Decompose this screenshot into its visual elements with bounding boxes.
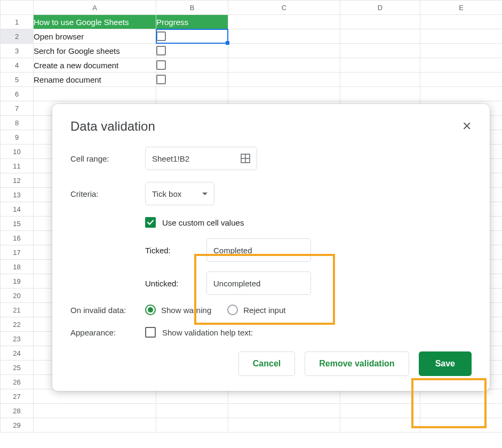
- row-header-11[interactable]: 11: [1, 159, 34, 173]
- cell-range-input[interactable]: Sheet1!B2: [145, 147, 257, 170]
- cell[interactable]: [340, 404, 420, 418]
- checkbox-icon[interactable]: [156, 75, 166, 84]
- cell[interactable]: [34, 87, 156, 101]
- row-header-23[interactable]: 23: [1, 332, 34, 346]
- cell[interactable]: Open browser: [34, 29, 156, 44]
- cell[interactable]: [420, 15, 503, 29]
- cell[interactable]: [156, 58, 228, 73]
- cell[interactable]: [34, 418, 156, 433]
- cell[interactable]: [420, 58, 503, 73]
- unticked-value-input[interactable]: Uncompleted: [206, 271, 311, 295]
- cell[interactable]: [228, 29, 340, 44]
- cell[interactable]: [228, 73, 340, 87]
- range-picker-icon[interactable]: [241, 154, 250, 163]
- cell[interactable]: [340, 418, 420, 433]
- cell[interactable]: [228, 418, 340, 433]
- row-header-25[interactable]: 25: [1, 361, 34, 375]
- row-header-24[interactable]: 24: [1, 346, 34, 361]
- cancel-button[interactable]: Cancel: [238, 351, 295, 376]
- cell[interactable]: [228, 87, 340, 101]
- row-header-19[interactable]: 19: [1, 274, 34, 289]
- cell[interactable]: [156, 418, 228, 433]
- checkbox-icon[interactable]: [156, 60, 166, 70]
- row-header-3[interactable]: 3: [1, 44, 34, 58]
- ticked-value-text: Completed: [213, 246, 252, 255]
- row-header-28[interactable]: 28: [1, 404, 34, 418]
- ticked-value-input[interactable]: Completed: [206, 238, 311, 262]
- cell[interactable]: [420, 29, 503, 44]
- select-all-corner[interactable]: [1, 1, 34, 15]
- cell[interactable]: [340, 58, 420, 73]
- row-header-12[interactable]: 12: [1, 173, 34, 188]
- row-header-1[interactable]: 1: [1, 15, 34, 29]
- cell[interactable]: [420, 404, 503, 418]
- show-warning-radio[interactable]: [145, 305, 156, 315]
- cell[interactable]: [156, 73, 228, 87]
- cell[interactable]: [420, 418, 503, 433]
- row-header-20[interactable]: 20: [1, 289, 34, 303]
- cell[interactable]: [340, 87, 420, 101]
- cell[interactable]: [340, 389, 420, 404]
- row-header-5[interactable]: 5: [1, 73, 34, 87]
- row-header-14[interactable]: 14: [1, 202, 34, 217]
- cell[interactable]: Serch for Google sheets: [34, 44, 156, 58]
- close-button[interactable]: ✕: [462, 119, 472, 133]
- row-header-21[interactable]: 21: [1, 303, 34, 317]
- cell[interactable]: [340, 44, 420, 58]
- row-header-8[interactable]: 8: [1, 116, 34, 130]
- col-header-E[interactable]: E: [420, 1, 503, 15]
- show-help-text-checkbox[interactable]: [145, 327, 156, 338]
- selection-handle[interactable]: [226, 41, 229, 45]
- cell[interactable]: [228, 58, 340, 73]
- cell[interactable]: [420, 73, 503, 87]
- criteria-select[interactable]: Tick box: [145, 182, 214, 205]
- reject-input-radio[interactable]: [227, 305, 238, 315]
- cell[interactable]: [228, 404, 340, 418]
- save-button[interactable]: Save: [419, 351, 472, 376]
- row-header-13[interactable]: 13: [1, 188, 34, 202]
- row-header-18[interactable]: 18: [1, 260, 34, 274]
- cell[interactable]: [156, 389, 228, 404]
- row-header-26[interactable]: 26: [1, 375, 34, 389]
- col-header-B[interactable]: B: [156, 1, 228, 15]
- row-header-9[interactable]: 9: [1, 130, 34, 145]
- cell[interactable]: Rename document: [34, 73, 156, 87]
- col-header-C[interactable]: C: [228, 1, 340, 15]
- cell[interactable]: [156, 44, 228, 58]
- cell[interactable]: [420, 87, 503, 101]
- row-header-6[interactable]: 6: [1, 87, 34, 101]
- cell[interactable]: Create a new document: [34, 58, 156, 73]
- row-header-17[interactable]: 17: [1, 245, 34, 260]
- row-header-10[interactable]: 10: [1, 145, 34, 159]
- row-header-2[interactable]: 2: [1, 29, 34, 44]
- cell[interactable]: How to use Google Sheets: [34, 15, 156, 29]
- row-header-15[interactable]: 15: [1, 217, 34, 231]
- cell[interactable]: [156, 29, 228, 44]
- cell[interactable]: [420, 44, 503, 58]
- cell[interactable]: [156, 404, 228, 418]
- row-header-27[interactable]: 27: [1, 389, 34, 404]
- checkbox-icon[interactable]: [156, 31, 166, 41]
- col-header-D[interactable]: D: [340, 1, 420, 15]
- cell[interactable]: Progress: [156, 15, 228, 29]
- cell[interactable]: [156, 87, 228, 101]
- use-custom-values-checkbox[interactable]: [145, 217, 156, 228]
- row-header-29[interactable]: 29: [1, 418, 34, 433]
- row-header-22[interactable]: 22: [1, 317, 34, 332]
- cell[interactable]: [34, 389, 156, 404]
- row-header-7[interactable]: 7: [1, 101, 34, 116]
- cell[interactable]: [420, 389, 503, 404]
- row-header-4[interactable]: 4: [1, 58, 34, 73]
- checkbox-icon[interactable]: [156, 46, 166, 55]
- cell[interactable]: [34, 404, 156, 418]
- cell[interactable]: [228, 15, 340, 29]
- cell[interactable]: [340, 73, 420, 87]
- appearance-label: Appearance:: [70, 328, 145, 337]
- cell[interactable]: [228, 44, 340, 58]
- col-header-A[interactable]: A: [34, 1, 156, 15]
- remove-validation-button[interactable]: Remove validation: [305, 351, 409, 376]
- cell[interactable]: [228, 389, 340, 404]
- cell[interactable]: [340, 15, 420, 29]
- row-header-16[interactable]: 16: [1, 231, 34, 245]
- cell[interactable]: [340, 29, 420, 44]
